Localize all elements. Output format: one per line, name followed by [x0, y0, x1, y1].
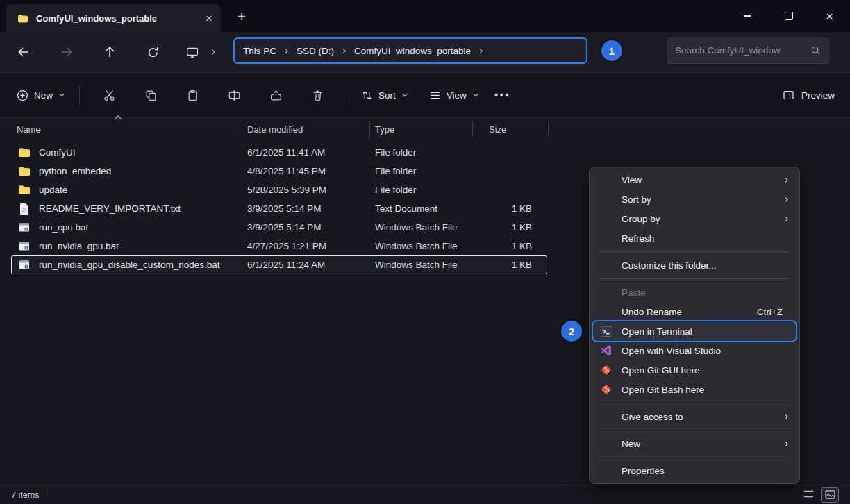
- command-toolbar: New Sort View: [0, 73, 850, 118]
- menu-item-customize-folder[interactable]: Customize this folder...: [593, 255, 796, 275]
- more-options-button[interactable]: •••: [494, 89, 510, 101]
- chevron-right-icon: [478, 47, 484, 55]
- large-icons-view-button[interactable]: [821, 487, 839, 503]
- file-row-update[interactable]: update 5/28/2025 5:39 PM File folder: [11, 180, 547, 199]
- folder-icon: [17, 14, 29, 23]
- refresh-button[interactable]: [141, 40, 165, 64]
- chevron-right-icon: [210, 48, 217, 56]
- new-button[interactable]: New: [11, 85, 71, 106]
- refresh-icon: [147, 47, 159, 58]
- file-type: Text Document: [372, 203, 479, 214]
- menu-item-group-by[interactable]: Group by: [593, 209, 796, 228]
- file-row-run-nvidia-gpu-disable-custom-nodes[interactable]: run_nvidia_gpu_disable_custom_nodes.bat …: [11, 255, 547, 274]
- file-date: 6/1/2025 11:41 AM: [244, 147, 372, 158]
- preview-button[interactable]: Preview: [783, 90, 835, 101]
- menu-item-open-in-terminal[interactable]: 2 Open in Terminal: [593, 321, 796, 341]
- column-date-label: Date modified: [247, 124, 303, 135]
- view-button[interactable]: View: [424, 85, 485, 106]
- menu-item-open-with-visual-studio[interactable]: Open with Visual Studio: [593, 341, 796, 360]
- details-view-icon: [803, 489, 814, 498]
- file-row-readme[interactable]: README_VERY_IMPORTANT.txt 3/9/2025 5:14 …: [11, 199, 547, 218]
- view-icon: [429, 90, 441, 101]
- chevron-right-icon: [783, 176, 790, 184]
- text-document-icon: [18, 203, 31, 215]
- menu-item-open-git-gui[interactable]: Open Git GUI here: [593, 360, 796, 380]
- breadcrumb-this-pc[interactable]: This PC: [243, 46, 276, 56]
- file-list: ComfyUI 6/1/2025 11:41 AM File folder py…: [11, 143, 547, 274]
- menu-item-view[interactable]: View: [593, 170, 796, 190]
- column-divider[interactable]: [472, 121, 473, 137]
- column-header-name[interactable]: Name: [11, 124, 244, 135]
- maximize-icon: [785, 12, 793, 20]
- forward-button[interactable]: [55, 40, 78, 64]
- close-button[interactable]: ×: [809, 0, 850, 32]
- menu-item-new[interactable]: New: [593, 434, 796, 453]
- terminal-icon: [601, 326, 622, 337]
- menu-item-label: Group by: [622, 214, 660, 224]
- cut-button[interactable]: [96, 83, 122, 107]
- menu-divider: [599, 403, 790, 403]
- file-row-python-embeded[interactable]: python_embeded 4/8/2025 11:45 PM File fo…: [11, 162, 547, 180]
- menu-item-paste[interactable]: Paste: [593, 283, 796, 302]
- tab-close-icon[interactable]: ×: [206, 12, 212, 24]
- copy-button[interactable]: [138, 83, 164, 107]
- menu-item-label: Customize this folder...: [622, 260, 717, 271]
- address-bar[interactable]: This PC SSD (D:) ComfyUI_windows_portabl…: [233, 37, 588, 64]
- location-icon-chip[interactable]: [186, 39, 217, 65]
- search-box[interactable]: Search ComfyUI_window: [667, 37, 829, 64]
- new-tab-button[interactable]: +: [232, 8, 251, 26]
- large-icons-view-icon: [825, 490, 835, 499]
- column-header-type[interactable]: Type: [372, 124, 479, 135]
- back-button[interactable]: [12, 40, 35, 64]
- window-controls: ×: [727, 0, 850, 32]
- menu-item-label: Refresh: [622, 233, 654, 244]
- column-name-label: Name: [17, 124, 41, 135]
- chevron-right-icon: [783, 196, 790, 203]
- file-name: run_cpu.bat: [39, 222, 88, 233]
- maximize-button[interactable]: [768, 0, 809, 32]
- details-view-button[interactable]: [800, 487, 817, 501]
- paste-button[interactable]: [179, 83, 206, 107]
- chevron-down-icon: [472, 92, 479, 99]
- column-header-size[interactable]: Size: [479, 124, 539, 135]
- menu-item-sort-by[interactable]: Sort by: [593, 190, 796, 209]
- file-name: update: [39, 185, 67, 195]
- menu-item-give-access-to[interactable]: Give access to: [593, 407, 796, 426]
- explorer-tab[interactable]: ComfyUI_windows_portable ×: [6, 4, 221, 32]
- file-row-run-cpu[interactable]: run_cpu.bat 3/9/2025 5:14 PM Windows Bat…: [11, 218, 547, 237]
- folder-icon: [18, 166, 31, 176]
- file-row-run-nvidia-gpu[interactable]: run_nvidia_gpu.bat 4/27/2025 1:21 PM Win…: [11, 237, 547, 255]
- menu-item-open-git-bash[interactable]: Open Git Bash here: [593, 380, 796, 399]
- column-divider[interactable]: [242, 121, 242, 137]
- sort-button[interactable]: Sort: [356, 85, 414, 106]
- file-date: 6/1/2025 11:24 AM: [244, 260, 372, 270]
- minimize-button[interactable]: [727, 0, 768, 32]
- delete-button[interactable]: [304, 83, 331, 107]
- chevron-right-icon: [783, 215, 790, 223]
- folder-icon: [18, 185, 31, 195]
- item-count: 7 items: [11, 490, 39, 500]
- breadcrumb-current-folder[interactable]: ComfyUI_windows_portable: [354, 46, 471, 56]
- rename-button[interactable]: [221, 83, 247, 107]
- divider: [347, 86, 347, 104]
- file-date: 4/8/2025 11:45 PM: [244, 166, 372, 176]
- up-button[interactable]: [98, 40, 122, 64]
- chevron-right-icon: [283, 47, 290, 55]
- sort-icon: [361, 90, 373, 101]
- delete-icon: [312, 90, 324, 101]
- annotation-badge-1: 1: [601, 40, 622, 61]
- column-divider[interactable]: [548, 121, 549, 137]
- menu-item-properties[interactable]: Properties: [593, 461, 796, 480]
- column-divider[interactable]: [369, 121, 370, 137]
- file-type: File folder: [372, 147, 479, 158]
- file-date: 5/28/2025 5:39 PM: [244, 185, 372, 195]
- file-size: 1 KB: [479, 260, 539, 270]
- batch-file-icon: [18, 260, 31, 270]
- menu-item-refresh[interactable]: Refresh: [593, 228, 796, 248]
- column-header-date-modified[interactable]: Date modified: [244, 124, 372, 135]
- share-button[interactable]: [262, 83, 289, 107]
- breadcrumb-ssd-d[interactable]: SSD (D:): [297, 46, 334, 56]
- menu-item-undo-rename[interactable]: Undo Rename Ctrl+Z: [593, 302, 796, 321]
- preview-button-label: Preview: [801, 90, 835, 101]
- file-row-comfyui[interactable]: ComfyUI 6/1/2025 11:41 AM File folder: [11, 143, 547, 162]
